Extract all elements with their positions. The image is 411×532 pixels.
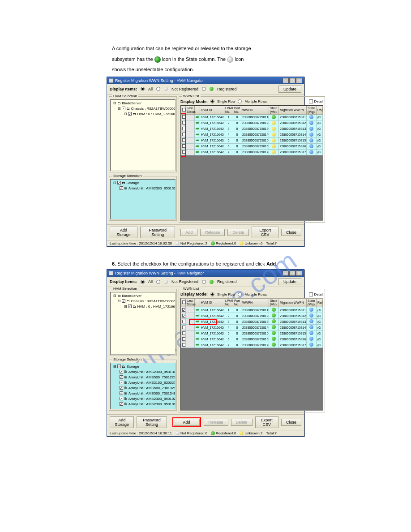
storage-array-item[interactable]: 🗎 ArrayUnit : AMS500_73013292 xyxy=(111,386,174,391)
table-row[interactable]: HVM_172166420 6 0 2388000087158160 23880… xyxy=(181,143,323,149)
radio-not-registered[interactable] xyxy=(156,87,160,91)
maximize-button[interactable]: □ xyxy=(289,78,295,83)
table-row[interactable]: HVM_172166420 4 0 2388000087158140 23880… xyxy=(181,132,323,137)
col-re-2[interactable]: Re(M xyxy=(317,299,323,307)
tree-array-item[interactable]: ArrayUnit : AMS500_73013292 xyxy=(128,386,176,390)
tree-array-item[interactable]: ArrayUnit : AMS500_73013485 xyxy=(128,391,176,395)
row-checkbox[interactable] xyxy=(182,337,186,341)
col-lpar[interactable]: LPAR No. xyxy=(224,106,233,114)
col-wwpn[interactable]: WWPN xyxy=(241,106,269,114)
storage-array-item[interactable]: 🗎 ArrayUnit : AMS500_73013485 xyxy=(111,391,174,396)
update-button[interactable]: Update xyxy=(278,86,301,93)
password-setting-button[interactable]: Password Setting xyxy=(140,227,175,238)
table-row[interactable]: HVM_172166420 7 0 2388000087158170 23880… xyxy=(181,342,323,348)
radio-all-2[interactable] xyxy=(141,280,145,284)
col-hvm-id[interactable]: HVM ID xyxy=(200,106,224,114)
col-migration-wwpn-2[interactable]: Migration WWPN xyxy=(279,299,307,307)
table-row[interactable]: HVM_172166420 2 0 2388000087158120 23880… xyxy=(181,120,323,126)
storage-array-item[interactable]: 🗎 ArrayUnit : AMS2300_85013078 xyxy=(111,369,174,375)
row-checkbox[interactable] xyxy=(182,343,186,347)
tree-chassis[interactable]: Chassis : R82A1TBW000064 S/N02 xyxy=(131,107,176,111)
hvm-tree-2[interactable]: ⊟ 🗀 BladeServer ⊟ 🗀 Chassis : R82A1TBW00… xyxy=(110,292,176,355)
col-port-2[interactable]: Port No. xyxy=(233,299,241,307)
row-checkbox[interactable] xyxy=(182,144,186,148)
wwn-table-2[interactable]: Last Status HVM ID LPAR No. Port No. WWP… xyxy=(181,298,323,348)
table-row[interactable]: HVM_172166420 5 0 2388000087158150 23880… xyxy=(181,137,323,143)
radio-registered-2[interactable] xyxy=(202,280,206,284)
tree-hvm-2[interactable]: HVM : 0 : HVM_172166420 xyxy=(137,305,176,309)
add-storage-button-2[interactable]: Add Storage xyxy=(110,416,134,428)
col-state-vfc[interactable]: State (Vfc) xyxy=(269,106,279,114)
radio-single-row-2[interactable] xyxy=(210,292,214,296)
tree-array-item[interactable]: ArrayUnit : AMS2300_85019022 xyxy=(128,402,176,406)
col-hvm-id-2[interactable]: HVM ID xyxy=(200,299,224,307)
titlebar-2[interactable]: Register Migration WWN Setting - HVM Nav… xyxy=(107,270,304,277)
row-checkbox[interactable] xyxy=(182,127,186,130)
col-state-vfc-2[interactable]: State (Vfc) xyxy=(269,299,279,307)
tree-array-1[interactable]: ArrayUnit : AMS2300_85013078 xyxy=(128,186,176,190)
row-checkbox[interactable] xyxy=(182,138,186,142)
export-csv-button-2[interactable]: Export CSV xyxy=(255,416,278,428)
tree-bladeserver-2[interactable]: BladeServer xyxy=(122,294,141,298)
detail-checkbox-2[interactable] xyxy=(309,292,313,296)
tree-hvm[interactable]: HVM : 0 : HVM_172166420 xyxy=(137,112,176,116)
minimize-button-2[interactable]: – xyxy=(283,270,289,276)
radio-not-registered-2[interactable] xyxy=(156,280,160,284)
titlebar[interactable]: Register Migration WWN Setting - HVM Nav… xyxy=(107,77,304,84)
select-all-checkbox-2[interactable] xyxy=(182,300,186,304)
storage-array-item[interactable]: 🗎 ArrayUnit : AMS500_75012275 xyxy=(111,375,174,380)
close-window-button[interactable]: × xyxy=(296,78,302,83)
update-button-2[interactable]: Update xyxy=(278,278,301,285)
table-row[interactable]: HVM_172166420 2 0 2388000087158120 23880… xyxy=(181,313,323,319)
minimize-button[interactable]: – xyxy=(283,78,289,83)
tree-chassis-2[interactable]: Chassis : R82A1TBW000064 S/N02 xyxy=(131,299,176,303)
table-row[interactable]: HVM_172166420 7 0 2388000087158170 23880… xyxy=(181,149,323,155)
close-window-button-2[interactable]: × xyxy=(296,270,302,276)
row-checkbox[interactable] xyxy=(182,331,186,335)
add-button[interactable]: Add xyxy=(174,419,200,426)
hvm-tree[interactable]: ⊟ 🗀 BladeServer ⊟ 🗀 Chassis : R82A1TBW00… xyxy=(110,99,176,171)
tree-array-item[interactable]: ArrayUnit : AMS500_75012275 xyxy=(128,375,176,379)
storage-tree-2[interactable]: ⊟ 🗀 Storage 🗎 ArrayUnit : AMS2300_850130… xyxy=(110,363,176,409)
tree-storage[interactable]: Storage xyxy=(126,181,139,185)
password-setting-button-2[interactable]: Password Setting xyxy=(137,416,167,428)
row-checkbox[interactable] xyxy=(182,133,186,136)
row-checkbox[interactable] xyxy=(182,314,186,317)
export-csv-button[interactable]: Export CSV xyxy=(252,227,278,238)
tree-array-item[interactable]: ArrayUnit : AMS2300_85010204 xyxy=(128,397,176,401)
radio-multiple-rows[interactable] xyxy=(238,99,242,103)
table-row[interactable]: HVM_172166420 1 0 2388000087158110 23880… xyxy=(181,114,323,120)
radio-single-row[interactable] xyxy=(210,99,214,103)
col-migration-wwpn[interactable]: Migration WWPN xyxy=(279,106,307,114)
row-checkbox[interactable] xyxy=(182,326,186,329)
storage-array-item[interactable]: 🗎 ArrayUnit : AMS2100_83002735 xyxy=(111,380,174,386)
col-last-status-2[interactable]: Last Status xyxy=(186,299,195,307)
wwn-table-1[interactable]: Last Status HVM ID LPAR No. Port No. WWP… xyxy=(181,106,323,155)
table-row[interactable]: HVM_172166420 6 0 2388000087158160 23880… xyxy=(181,336,323,342)
col-state-mig-2[interactable]: State (Mig) xyxy=(307,299,317,307)
col-re[interactable]: Re(M xyxy=(317,106,323,114)
col-wwpn-2[interactable]: WWPN xyxy=(241,299,269,307)
close-button[interactable]: Close xyxy=(281,229,301,236)
col-port[interactable]: Port No. xyxy=(233,106,241,114)
radio-registered[interactable] xyxy=(202,87,206,91)
radio-multiple-rows-2[interactable] xyxy=(238,292,242,296)
row-checkbox[interactable] xyxy=(182,121,186,124)
table-row[interactable]: HVM_172166420 5 0 2388000087158150 23880… xyxy=(181,330,323,336)
tree-array-item[interactable]: ArrayUnit : AMS2300_85013078 xyxy=(128,370,176,374)
row-checkbox[interactable] xyxy=(182,320,186,323)
table-row[interactable]: HVM_172166420 3 0 2388000087158130 23880… xyxy=(181,126,323,132)
col-last-status[interactable]: Last Status xyxy=(186,106,195,114)
select-all-checkbox[interactable] xyxy=(182,108,186,112)
tree-array-item[interactable]: ArrayUnit : AMS2100_83002735 xyxy=(128,381,176,385)
radio-all[interactable] xyxy=(141,87,145,91)
table-row[interactable]: HVM_172166420 4 0 2388000087158140 23880… xyxy=(181,325,323,330)
add-storage-button[interactable]: Add Storage xyxy=(110,227,137,238)
table-row[interactable]: HVM_172166420 1 0 2388000087158110 23880… xyxy=(181,307,323,313)
row-checkbox[interactable] xyxy=(182,115,186,119)
col-state-mig[interactable]: State (Mig) xyxy=(307,106,317,114)
storage-array-item[interactable]: 🗎 ArrayUnit : AMS2300_85010204 xyxy=(111,396,174,402)
detail-checkbox[interactable] xyxy=(309,99,313,103)
maximize-button-2[interactable]: □ xyxy=(289,270,295,276)
row-checkbox[interactable] xyxy=(182,308,186,312)
